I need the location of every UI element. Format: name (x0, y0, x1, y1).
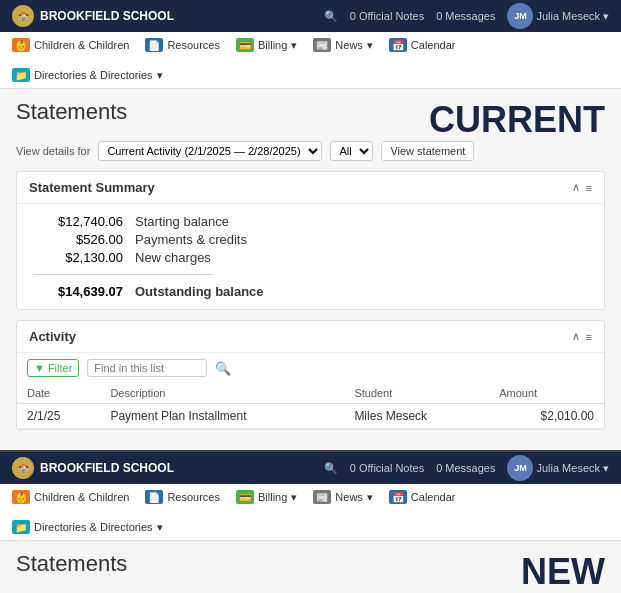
current-label-1: Payments & credits (135, 232, 247, 247)
new-user-nav[interactable]: JM Julia Meseck ▾ (507, 455, 609, 481)
new-nav-billing[interactable]: 💳 Billing ▾ (236, 490, 297, 504)
new-nav-children-label: Children & Children (34, 491, 129, 503)
new-search-nav-item[interactable]: 🔍 (324, 462, 338, 475)
current-row-0-description: Payment Plan Installment (100, 404, 344, 429)
current-activity-thead: Date Description Student Amount (17, 383, 604, 404)
current-activity-table: Date Description Student Amount 2/1/25 P… (17, 383, 604, 429)
current-activity-card: Activity ∧ ≡ ▼ Filter 🔍 Date Description… (16, 320, 605, 430)
current-page-title: Statements (16, 99, 127, 125)
top-nav: 🏫 BROOKFIELD SCHOOL 🔍 0 Official Notes 0… (0, 0, 621, 32)
nav-directories[interactable]: 📁 Directories & Directories ▾ (12, 68, 163, 82)
current-all-select[interactable]: All (330, 141, 373, 161)
new-avatar: JM (507, 455, 533, 481)
billing-icon: 💳 (236, 38, 254, 52)
new-messages-nav[interactable]: 0 Messages (436, 462, 495, 474)
current-activity-select[interactable]: Current Activity (2/1/2025 — 2/28/2025) (98, 141, 322, 161)
new-nav-news[interactable]: 📰 News ▾ (313, 490, 373, 504)
new-user-dropdown-icon[interactable]: ▾ (603, 462, 609, 475)
nav-directories-label: Directories & Directories (34, 69, 153, 81)
current-activity-menu-btn[interactable]: ≡ (586, 330, 592, 343)
current-filter-btn-label: Filter (48, 362, 72, 374)
current-activity-controls: ∧ ≡ (572, 330, 592, 343)
current-summary-table: $12,740.06 Starting balance $526.00 Paym… (33, 214, 588, 299)
new-nav-directories-label: Directories & Directories (34, 521, 153, 533)
table-row: 2/1/25 Payment Plan Installment Miles Me… (17, 404, 604, 429)
current-summary-card-header: Statement Summary ∧ ≡ (17, 172, 604, 204)
new-brand-icon: 🏫 (12, 457, 34, 479)
official-notes-nav[interactable]: 0 Official Notes (350, 10, 424, 22)
current-activity-tbody: 2/1/25 Payment Plan Installment Miles Me… (17, 404, 604, 429)
current-col-student: Student (344, 383, 489, 404)
nav-calendar-label: Calendar (411, 39, 456, 51)
new-nav-resources-label: Resources (167, 491, 220, 503)
current-activity-header-row: Date Description Student Amount (17, 383, 604, 404)
directories-icon: 📁 (12, 68, 30, 82)
new-brand: 🏫 BROOKFIELD SCHOOL (12, 457, 174, 479)
user-name: Julia Meseck (536, 10, 600, 22)
new-billing-icon: 💳 (236, 490, 254, 504)
directories-dropdown-icon: ▾ (157, 69, 163, 82)
current-activity-collapse-btn[interactable]: ∧ (572, 330, 580, 343)
nav-children[interactable]: 👶 Children & Children (12, 38, 129, 52)
filter-icon: ▼ (34, 362, 45, 374)
current-summary-body: $12,740.06 Starting balance $526.00 Paym… (17, 204, 604, 309)
new-nav-children[interactable]: 👶 Children & Children (12, 490, 129, 504)
avatar: JM (507, 3, 533, 29)
news-dropdown-icon: ▾ (367, 39, 373, 52)
current-row-0-date: 2/1/25 (17, 404, 100, 429)
brand: 🏫 BROOKFIELD SCHOOL (12, 5, 174, 27)
search-nav-item[interactable]: 🔍 (324, 10, 338, 23)
current-filter-row: View details for Current Activity (2/1/2… (16, 141, 605, 161)
current-summary-row-0: $12,740.06 Starting balance (33, 214, 588, 229)
new-resources-icon: 📄 (145, 490, 163, 504)
calendar-icon: 📅 (389, 38, 407, 52)
new-nav-directories[interactable]: 📁 Directories & Directories ▾ (12, 520, 163, 534)
new-directories-dropdown-icon: ▾ (157, 521, 163, 534)
secondary-nav: 👶 Children & Children 📄 Resources 💳 Bill… (0, 32, 621, 89)
current-filter-btn[interactable]: ▼ Filter (27, 359, 79, 377)
new-official-notes-label: Official Notes (359, 462, 424, 474)
new-official-notes-count: 0 (350, 462, 356, 474)
new-messages-count: 0 (436, 462, 442, 474)
new-nav-resources[interactable]: 📄 Resources (145, 490, 220, 504)
nav-resources[interactable]: 📄 Resources (145, 38, 220, 52)
nav-calendar[interactable]: 📅 Calendar (389, 38, 456, 52)
current-summary-menu-btn[interactable]: ≡ (586, 181, 592, 194)
current-label-3: Outstanding balance (135, 284, 264, 299)
current-find-search-icon[interactable]: 🔍 (215, 361, 231, 376)
search-icon[interactable]: 🔍 (324, 10, 338, 23)
new-directories-icon: 📁 (12, 520, 30, 534)
current-summary-row-3: $14,639.07 Outstanding balance (33, 284, 588, 299)
new-nav-billing-label: Billing (258, 491, 287, 503)
current-activity-filter-row: ▼ Filter 🔍 (17, 353, 604, 383)
messages-nav[interactable]: 0 Messages (436, 10, 495, 22)
current-statement-summary-card: Statement Summary ∧ ≡ $12,740.06 Startin… (16, 171, 605, 310)
current-activity-card-header: Activity ∧ ≡ (17, 321, 604, 353)
new-brand-name: BROOKFIELD SCHOOL (40, 461, 174, 475)
new-secondary-nav: 👶 Children & Children 📄 Resources 💳 Bill… (0, 484, 621, 541)
nav-news[interactable]: 📰 News ▾ (313, 38, 373, 52)
current-summary-collapse-btn[interactable]: ∧ (572, 181, 580, 194)
filter-label: View details for (16, 145, 90, 157)
current-col-date: Date (17, 383, 100, 404)
user-nav[interactable]: JM Julia Meseck ▾ (507, 3, 609, 29)
new-nav-calendar[interactable]: 📅 Calendar (389, 490, 456, 504)
current-amount-0: $12,740.06 (33, 214, 123, 229)
current-view-statement-btn[interactable]: View statement (381, 141, 474, 161)
resources-icon: 📄 (145, 38, 163, 52)
current-find-input[interactable] (87, 359, 207, 377)
billing-dropdown-icon: ▾ (291, 39, 297, 52)
current-amount-3: $14,639.07 (33, 284, 123, 299)
current-main-content: Statements CURRENT View details for Curr… (0, 89, 621, 450)
current-summary-title: Statement Summary (29, 180, 155, 195)
new-title-row: Statements NEW (16, 551, 605, 593)
nav-billing[interactable]: 💳 Billing ▾ (236, 38, 297, 52)
new-search-icon[interactable]: 🔍 (324, 462, 338, 475)
user-dropdown-icon[interactable]: ▾ (603, 10, 609, 23)
new-user-name: Julia Meseck (536, 462, 600, 474)
new-badge: NEW (521, 551, 605, 593)
current-summary-row-1: $526.00 Payments & credits (33, 232, 588, 247)
new-nav-news-label: News (335, 491, 363, 503)
current-row-0-amount: $2,010.00 (489, 404, 604, 429)
new-official-notes-nav[interactable]: 0 Official Notes (350, 462, 424, 474)
